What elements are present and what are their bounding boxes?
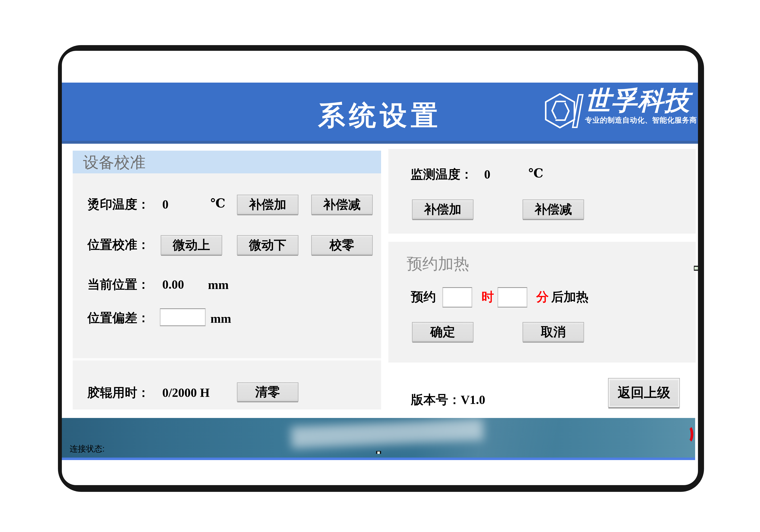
tablet-bezel: 系统设置 世孚科技 专业的制造自动化、智能化服务商 设备校准 烫印温度：: [58, 45, 704, 492]
roller-usage-value: 0/2000 H: [162, 386, 210, 399]
status-bar-underline: [62, 458, 695, 460]
hexagon-logo-icon: [542, 90, 584, 132]
brand-logo: 世孚科技 专业的制造自动化、智能化服务商: [542, 88, 697, 132]
zero-calibrate-button[interactable]: 校零: [311, 235, 373, 255]
current-position-unit: mm: [208, 279, 229, 291]
scheduled-heating-panel: 预约加热 预约 时 分 后加热 确定 取消: [388, 242, 696, 363]
stamp-temp-value: 0: [162, 198, 168, 211]
connection-status-label: 连接状态:: [70, 443, 105, 454]
current-position-value: 0.00: [162, 278, 184, 291]
jog-up-button[interactable]: 微动上: [161, 235, 222, 255]
brand-tagline: 专业的制造自动化、智能化服务商: [585, 115, 697, 125]
schedule-confirm-button[interactable]: 确定: [412, 322, 473, 342]
panel-divider: [73, 358, 381, 361]
monitor-temp-panel: 监测温度： 0 ℃ 补偿加 补偿减: [388, 149, 696, 234]
monitor-compensate-minus-button[interactable]: 补偿减: [523, 200, 584, 219]
stamp-temp-unit: ℃: [211, 197, 225, 210]
schedule-hour-input[interactable]: [442, 287, 472, 307]
schedule-minute-label: 分: [536, 291, 549, 303]
back-button[interactable]: 返回上级: [608, 378, 680, 408]
current-position-label: 当前位置：: [87, 278, 150, 291]
monitor-compensate-plus-button[interactable]: 补偿加: [412, 200, 473, 219]
monitor-temp-unit: ℃: [528, 167, 543, 180]
header-bottom-edge: [62, 141, 698, 144]
schedule-suffix-label: 后加热: [551, 291, 589, 303]
schedule-prefix-label: 预约: [411, 291, 436, 303]
schedule-cancel-button[interactable]: 取消: [523, 322, 584, 342]
schedule-minute-input[interactable]: [498, 287, 527, 307]
cut-off-widget-right-edge: [694, 266, 698, 271]
header-bar: 系统设置 世孚科技 专业的制造自动化、智能化服务商: [62, 83, 698, 141]
version-value: V1.0: [461, 393, 485, 407]
position-deviation-unit: mm: [211, 312, 231, 325]
jog-down-button[interactable]: 微动下: [237, 235, 299, 255]
position-deviation-input[interactable]: [160, 308, 206, 326]
monitor-temp-label: 监测温度：: [410, 168, 473, 181]
version-label: 版本号：: [411, 393, 461, 407]
device-calibration-panel: 设备校准 烫印温度： 0 ℃ 补偿加 补偿减 位置校准： 微动上 微动下 校零 …: [73, 151, 381, 410]
stamp-temp-compensate-minus-button[interactable]: 补偿减: [311, 195, 373, 215]
schedule-hour-label: 时: [482, 291, 494, 303]
stamp-temp-compensate-plus-button[interactable]: 补偿加: [237, 195, 299, 215]
brand-name: 世孚科技: [585, 88, 690, 113]
device-calibration-title: 设备校准: [83, 155, 146, 170]
hmi-screen: 系统设置 世孚科技 专业的制造自动化、智能化服务商 设备校准 烫印温度：: [62, 51, 698, 485]
position-cal-label: 位置校准：: [87, 239, 150, 251]
roller-usage-label: 胶辊用时：: [87, 386, 150, 399]
monitor-temp-value: 0: [484, 168, 490, 181]
stamp-temp-label: 烫印温度：: [87, 198, 150, 211]
version-text: 版本号：V1.0: [411, 391, 485, 408]
scheduled-heating-title: 预约加热: [407, 256, 469, 272]
red-crescent-mark: [683, 425, 693, 444]
roller-clear-button[interactable]: 清零: [237, 382, 299, 402]
watermark-blur: [291, 419, 484, 449]
cut-off-widget-bottom-edge: [376, 451, 381, 454]
position-deviation-label: 位置偏差：: [87, 312, 150, 324]
